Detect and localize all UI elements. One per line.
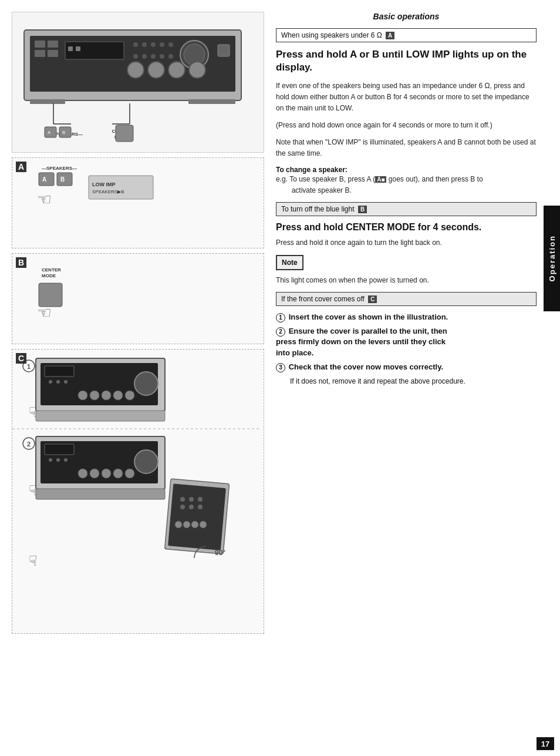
svg-point-95 <box>189 497 194 502</box>
speakers-badge: A <box>386 32 394 39</box>
step1: 1 Insert the cover as shown in the illus… <box>276 312 537 322</box>
step3-sub: If it does not, remove it and repeat the… <box>290 376 537 387</box>
step3-circle: 3 <box>276 363 285 372</box>
step3: 3 Check that the cover now moves correct… <box>276 362 537 372</box>
blue-light-header-box: To turn off the blue light B <box>276 202 537 216</box>
speakers-para3: Note that when "LOW IMP" is illuminated,… <box>276 137 537 159</box>
left-column: —SPEAKERS— CENTER MODE A B A —SPEAKERS— … <box>0 0 270 756</box>
svg-point-22 <box>127 62 144 78</box>
svg-point-67 <box>102 391 111 400</box>
svg-point-23 <box>148 62 164 78</box>
step2: 2 Ensure the cover is parallel to the un… <box>276 326 537 358</box>
svg-text:SPEAKERS▶B: SPEAKERS▶B <box>92 189 124 194</box>
svg-rect-27 <box>188 99 235 104</box>
svg-text:☜: ☜ <box>37 304 52 322</box>
svg-text:CENTER: CENTER <box>42 267 61 273</box>
svg-point-16 <box>151 54 156 59</box>
svg-rect-7 <box>68 46 73 51</box>
svg-point-11 <box>151 42 156 47</box>
label-c: C <box>16 353 26 364</box>
step2-text: Ensure the cover is parallel to the unit… <box>276 327 447 357</box>
svg-point-65 <box>78 391 87 400</box>
speakers-para1: If even one of the speakers being used h… <box>276 80 537 115</box>
svg-point-82 <box>56 458 60 462</box>
svg-point-14 <box>133 54 138 59</box>
step2-circle: 2 <box>276 327 285 337</box>
svg-rect-8 <box>76 46 80 51</box>
label-a: A <box>16 162 26 172</box>
svg-text:☟: ☟ <box>29 553 38 569</box>
change-speaker-label: To change a speaker: <box>276 166 537 174</box>
svg-rect-21 <box>218 45 230 56</box>
svg-rect-39 <box>116 125 133 142</box>
step3-text: Check that the cover now moves correctly… <box>289 362 443 371</box>
svg-rect-5 <box>48 50 58 57</box>
svg-text:A: A <box>42 176 46 183</box>
speakers-para2: (Press and hold down once again for 4 se… <box>276 120 537 131</box>
svg-point-77 <box>134 450 158 473</box>
svg-point-25 <box>189 62 205 78</box>
speakers-header-text: When using speakers under 6 Ω <box>281 31 384 39</box>
front-cover-header-text: If the front cover comes off <box>281 295 366 303</box>
change-speaker-text: e.g. To use speaker B, press A (A■ goes … <box>276 174 537 196</box>
svg-text:B: B <box>62 130 65 135</box>
svg-text:☜: ☜ <box>37 190 52 209</box>
note-label: Note <box>276 255 303 270</box>
svg-text:1: 1 <box>27 363 31 370</box>
svg-text:B: B <box>60 176 65 183</box>
svg-rect-4 <box>48 41 58 48</box>
svg-rect-6 <box>65 42 124 59</box>
svg-text:2: 2 <box>27 441 31 448</box>
section-a-diagram: A —SPEAKERS— A B ☜ LOW IMP SPEAKERS▶B <box>12 157 264 248</box>
svg-point-94 <box>180 497 185 502</box>
svg-point-88 <box>113 469 123 478</box>
svg-rect-3 <box>35 50 45 57</box>
speakers-header-box: When using speakers under 6 Ω A <box>276 28 537 42</box>
svg-rect-71 <box>36 411 165 421</box>
svg-point-98 <box>189 505 194 509</box>
svg-point-89 <box>125 469 134 478</box>
low-imp-heading: Press and hold A or B until LOW IMP ligh… <box>276 48 537 74</box>
front-cover-header-box: If the front cover comes off C <box>276 292 537 306</box>
svg-point-102 <box>191 521 198 528</box>
svg-text:MODE: MODE <box>42 273 56 278</box>
main-device-diagram: —SPEAKERS— CENTER MODE A B <box>12 12 264 153</box>
section-c-diagram: C 1 <box>12 349 264 634</box>
svg-rect-46 <box>89 176 153 199</box>
svg-point-61 <box>49 380 52 384</box>
sidebar-label: Operation <box>548 235 556 281</box>
page-number: 17 <box>537 737 554 750</box>
svg-rect-91 <box>36 489 165 499</box>
svg-point-99 <box>198 505 203 509</box>
svg-rect-64 <box>45 366 74 377</box>
svg-point-86 <box>90 469 99 478</box>
svg-rect-93 <box>168 483 226 550</box>
operation-sidebar-tab: Operation <box>544 206 560 311</box>
svg-text:A: A <box>48 130 51 135</box>
svg-point-18 <box>168 54 173 59</box>
section-b-diagram: B CENTER MODE ☜ <box>12 253 264 344</box>
svg-point-101 <box>183 521 190 528</box>
svg-point-15 <box>142 54 147 59</box>
step1-text: Insert the cover as shown in the illustr… <box>289 313 448 321</box>
svg-point-13 <box>168 42 173 47</box>
step1-circle: 1 <box>276 313 285 322</box>
svg-point-100 <box>175 521 182 528</box>
blue-light-badge: B <box>358 206 367 213</box>
blue-light-header-text: To turn off the blue light <box>281 205 356 213</box>
page-title: Basic operations <box>276 12 537 21</box>
svg-point-9 <box>133 42 138 47</box>
svg-text:LOW IMP: LOW IMP <box>92 182 116 187</box>
svg-point-96 <box>198 497 203 502</box>
svg-point-87 <box>102 469 111 478</box>
svg-point-24 <box>168 62 185 78</box>
svg-point-81 <box>49 458 52 462</box>
svg-rect-84 <box>45 444 74 455</box>
center-mode-heading: Press and hold CENTER MODE for 4 seconds… <box>276 222 537 233</box>
svg-text:—SPEAKERS—: —SPEAKERS— <box>42 166 77 171</box>
front-cover-badge: C <box>368 295 377 303</box>
right-column: Basic operations When using speakers und… <box>270 0 560 756</box>
label-b: B <box>16 257 26 268</box>
svg-point-97 <box>180 505 185 509</box>
svg-rect-26 <box>30 99 65 104</box>
